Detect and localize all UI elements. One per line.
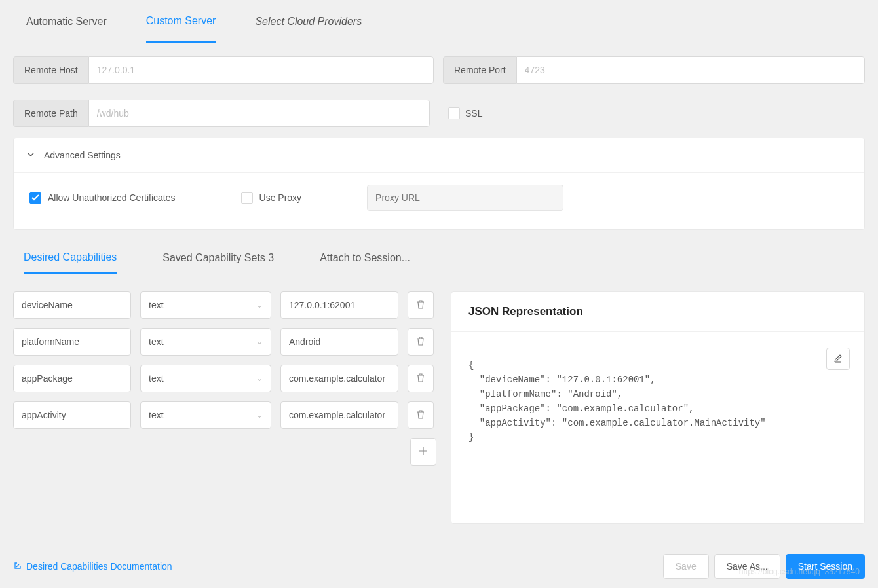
cap-name-input[interactable] — [13, 365, 131, 392]
cap-name-input[interactable] — [13, 401, 131, 429]
capability-tabs: Desired Capabilities Saved Capability Se… — [13, 242, 865, 274]
delete-button[interactable] — [408, 328, 434, 356]
remote-port-label: Remote Port — [443, 56, 516, 84]
remote-port-group: Remote Port — [443, 56, 865, 84]
capability-row: text⌄ — [13, 291, 436, 319]
remote-path-input[interactable] — [88, 100, 430, 127]
ssl-label: SSL — [465, 108, 482, 119]
save-button[interactable]: Save — [663, 554, 709, 579]
trash-icon — [416, 410, 425, 421]
ssl-checkbox[interactable] — [448, 107, 460, 119]
remote-port-input[interactable] — [516, 56, 865, 84]
remote-host-label: Remote Host — [13, 56, 88, 84]
delete-button[interactable] — [408, 365, 434, 392]
cap-value-input[interactable] — [280, 401, 398, 429]
use-proxy-label: Use Proxy — [259, 193, 302, 203]
footer: Desired Capabilities Documentation Save … — [13, 554, 865, 579]
cap-type-select[interactable]: text⌄ — [140, 328, 271, 356]
cap-name-input[interactable] — [13, 328, 131, 356]
link-icon — [13, 561, 22, 572]
json-code: { "deviceName": "127.0.0.1:62001", "plat… — [468, 358, 847, 445]
remote-host-input[interactable] — [88, 56, 434, 84]
advanced-settings-toggle[interactable]: Advanced Settings — [14, 138, 864, 172]
advanced-settings-title: Advanced Settings — [44, 150, 121, 160]
tab-cloud-providers[interactable]: Select Cloud Providers — [255, 0, 362, 43]
cap-value-input[interactable] — [280, 328, 398, 356]
tab-custom-server[interactable]: Custom Server — [146, 0, 216, 43]
proxy-url-input — [367, 185, 563, 211]
pencil-icon — [833, 354, 843, 365]
tab-automatic-server[interactable]: Automatic Server — [26, 0, 107, 43]
edit-json-button[interactable] — [826, 348, 850, 370]
tab-attach-session[interactable]: Attach to Session... — [320, 242, 410, 274]
cap-value-input[interactable] — [280, 291, 398, 319]
start-session-button[interactable]: Start Session — [786, 554, 865, 579]
cap-type-select[interactable]: text⌄ — [140, 401, 271, 429]
cap-value-input[interactable] — [280, 365, 398, 392]
remote-host-group: Remote Host — [13, 56, 434, 84]
chevron-down-icon: ⌄ — [256, 374, 263, 383]
chevron-down-icon: ⌄ — [256, 337, 263, 346]
tab-desired-capabilities[interactable]: Desired Capabilities — [24, 242, 117, 274]
trash-icon — [416, 337, 425, 348]
cap-type-select[interactable]: text⌄ — [140, 365, 271, 392]
allow-unauth-label: Allow Unauthorized Certificates — [48, 193, 176, 203]
tab-saved-capability-sets[interactable]: Saved Capability Sets 3 — [162, 242, 274, 274]
docs-link[interactable]: Desired Capabilities Documentation — [13, 561, 172, 572]
plus-icon — [419, 447, 428, 458]
chevron-down-icon: ⌄ — [256, 411, 263, 420]
cap-name-input[interactable] — [13, 291, 131, 319]
capability-row: text⌄ — [13, 401, 436, 429]
remote-path-label: Remote Path — [13, 100, 88, 127]
remote-config: Remote Host Remote Port Remote Path SSL — [13, 43, 865, 138]
trash-icon — [416, 373, 425, 384]
add-capability-button[interactable] — [410, 438, 436, 466]
chevron-down-icon — [27, 151, 35, 160]
capability-row: text⌄ — [13, 365, 436, 392]
json-representation-panel: JSON Representation { "deviceName": "127… — [451, 291, 865, 524]
use-proxy-checkbox[interactable] — [241, 192, 253, 204]
allow-unauth-checkbox[interactable] — [29, 192, 41, 204]
remote-path-group: Remote Path — [13, 100, 430, 127]
save-as-button[interactable]: Save As... — [714, 554, 780, 579]
chevron-down-icon: ⌄ — [256, 301, 263, 310]
delete-button[interactable] — [408, 291, 434, 319]
capabilities-editor: text⌄ text⌄ text⌄ text⌄ — [13, 291, 436, 466]
advanced-settings-panel: Advanced Settings Allow Unauthorized Cer… — [13, 138, 865, 230]
trash-icon — [416, 300, 425, 311]
cap-type-select[interactable]: text⌄ — [140, 291, 271, 319]
json-title: JSON Representation — [451, 292, 864, 332]
delete-button[interactable] — [408, 401, 434, 429]
server-tabs: Automatic Server Custom Server Select Cl… — [13, 0, 865, 43]
capability-row: text⌄ — [13, 328, 436, 356]
